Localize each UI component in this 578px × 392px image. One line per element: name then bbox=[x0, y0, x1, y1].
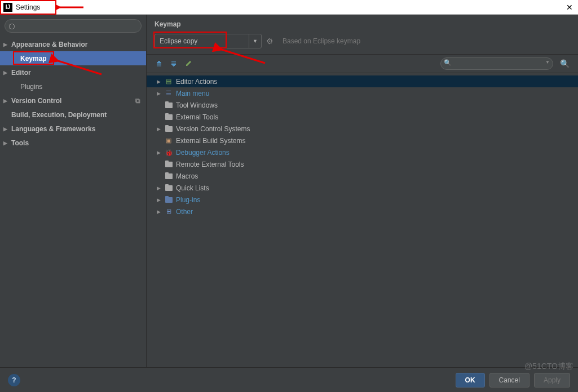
project-scope-icon: ⧉ bbox=[135, 97, 140, 105]
collapse-all-icon[interactable] bbox=[169, 59, 178, 68]
menu-icon: ☰ bbox=[165, 90, 173, 97]
tree-row-label: Plug-ins bbox=[176, 196, 200, 204]
edit-icon[interactable] bbox=[184, 59, 193, 68]
action-tree[interactable]: ▶▤Editor Actions▶☰Main menu▶Tool Windows… bbox=[147, 73, 578, 367]
sidebar-item-label: Appearance & Behavior bbox=[11, 41, 87, 48]
close-icon[interactable]: ✕ bbox=[564, 3, 575, 12]
expand-icon: ▶ bbox=[3, 42, 7, 47]
app-icon: IJ bbox=[3, 3, 12, 12]
expand-icon: ▶ bbox=[156, 126, 161, 132]
tree-row-label: Debugger Actions bbox=[176, 149, 230, 157]
tree-row-label: Quick Lists bbox=[176, 184, 209, 192]
expand-all-icon[interactable] bbox=[155, 59, 164, 68]
sidebar-item-label: Keymap bbox=[20, 55, 47, 63]
search-icon: 🔍 bbox=[444, 59, 452, 66]
scheme-value: Eclipse copy bbox=[160, 37, 197, 45]
sidebar-item-tools[interactable]: ▶Tools bbox=[0, 136, 146, 150]
expand-icon: ▶ bbox=[3, 98, 7, 104]
tree-row-label: Remote External Tools bbox=[176, 161, 244, 168]
sidebar-item-label: Version Control bbox=[11, 97, 61, 105]
expand-icon: ▶ bbox=[156, 150, 161, 155]
folder-icon bbox=[165, 172, 173, 180]
sidebar-item-plugins[interactable]: Plugins bbox=[0, 79, 146, 93]
folder-icon bbox=[165, 101, 173, 109]
expand-icon: ▶ bbox=[156, 209, 161, 215]
sidebar-item-label: Build, Execution, Deployment bbox=[11, 111, 107, 119]
folder-icon bbox=[165, 125, 173, 133]
tree-row[interactable]: ▶Version Control Systems bbox=[147, 123, 578, 135]
apply-button[interactable]: Apply bbox=[534, 373, 570, 387]
tree-row[interactable]: ▶▣External Build Systems bbox=[147, 135, 578, 146]
expand-icon: ▶ bbox=[156, 197, 161, 203]
main-panel: Keymap Eclipse copy ▼ ⚙ Based on Eclipse… bbox=[147, 15, 578, 367]
tree-row-label: Tool Windows bbox=[176, 101, 218, 109]
expand-icon: ▶ bbox=[3, 140, 7, 146]
tree-row[interactable]: ▶Plug-ins bbox=[147, 194, 578, 206]
sidebar-item-label: Plugins bbox=[20, 83, 42, 91]
expand-icon: ▶ bbox=[3, 126, 7, 132]
cancel-button[interactable]: Cancel bbox=[489, 373, 530, 387]
find-action-icon[interactable]: 🔍 bbox=[559, 58, 570, 69]
sidebar-search-input[interactable] bbox=[5, 19, 142, 33]
watermark: @51CTO博客 bbox=[524, 362, 573, 372]
sidebar: ▶Appearance & BehaviorKeymap▶EditorPlugi… bbox=[0, 15, 147, 367]
tree-row[interactable]: ▶Macros bbox=[147, 170, 578, 182]
tree-row-label: Macros bbox=[176, 172, 198, 180]
expand-icon: ▶ bbox=[156, 91, 161, 96]
tree-row-label: External Tools bbox=[176, 113, 218, 121]
footer: ? OK Cancel Apply bbox=[0, 367, 578, 392]
editor-icon: ▤ bbox=[165, 78, 173, 86]
tree-row[interactable]: ▶Quick Lists bbox=[147, 182, 578, 194]
page-title: Keymap bbox=[147, 15, 578, 32]
sidebar-item-label: Editor bbox=[11, 69, 31, 77]
expand-icon: ▶ bbox=[3, 70, 7, 75]
sidebar-item-languages-frameworks[interactable]: ▶Languages & Frameworks bbox=[0, 122, 146, 136]
tree-row[interactable]: ▶⊞Other bbox=[147, 206, 578, 217]
sidebar-item-keymap[interactable]: Keymap bbox=[0, 51, 146, 65]
tree-row-label: Main menu bbox=[176, 90, 209, 97]
gear-icon[interactable]: ⚙ bbox=[266, 37, 273, 46]
folder-icon bbox=[165, 196, 173, 204]
folder-icon bbox=[165, 161, 173, 168]
help-button[interactable]: ? bbox=[8, 374, 20, 386]
chevron-down-icon: ▼ bbox=[249, 34, 261, 48]
puzzle-icon: ⊞ bbox=[165, 208, 173, 216]
tree-row[interactable]: ▶☰Main menu bbox=[147, 87, 578, 99]
tree-row[interactable]: ▶Remote External Tools bbox=[147, 158, 578, 170]
sidebar-item-label: Tools bbox=[11, 139, 29, 147]
expand-icon: ▶ bbox=[156, 185, 161, 191]
sidebar-item-appearance-behavior[interactable]: ▶Appearance & Behavior bbox=[0, 37, 146, 51]
tree-row-label: Other bbox=[176, 208, 193, 216]
folder-icon bbox=[165, 184, 173, 192]
tree-row[interactable]: ▶Tool Windows bbox=[147, 99, 578, 111]
tree-row[interactable]: ▶External Tools bbox=[147, 111, 578, 123]
tree-row[interactable]: ▶🐞Debugger Actions bbox=[147, 146, 578, 158]
tree-row-label: Editor Actions bbox=[176, 78, 217, 86]
ok-button[interactable]: OK bbox=[456, 373, 485, 387]
build-icon: ▣ bbox=[165, 137, 173, 145]
tree-row-label: Version Control Systems bbox=[176, 125, 250, 133]
folder-icon bbox=[165, 113, 173, 121]
titlebar: IJ Settings ✕ bbox=[0, 0, 578, 15]
sidebar-item-editor[interactable]: ▶Editor bbox=[0, 65, 146, 79]
sidebar-item-label: Languages & Frameworks bbox=[11, 125, 95, 133]
chevron-down-icon[interactable]: ▼ bbox=[545, 60, 550, 65]
tree-row-label: External Build Systems bbox=[176, 137, 245, 145]
sidebar-item-build-execution-deployment[interactable]: Build, Execution, Deployment bbox=[0, 108, 146, 122]
keymap-toolbar: 🔍 ▼ 🔍 bbox=[147, 54, 578, 73]
sidebar-item-version-control[interactable]: ▶Version Control⧉ bbox=[0, 93, 146, 108]
expand-icon: ▶ bbox=[156, 79, 161, 84]
window-title: Settings bbox=[16, 3, 40, 11]
bug-icon: 🐞 bbox=[165, 149, 173, 157]
keymap-scheme-select[interactable]: Eclipse copy ▼ bbox=[155, 34, 262, 48]
tree-row[interactable]: ▶▤Editor Actions bbox=[147, 75, 578, 87]
action-search-input[interactable] bbox=[440, 57, 553, 70]
based-on-label: Based on Eclipse keymap bbox=[283, 37, 360, 45]
